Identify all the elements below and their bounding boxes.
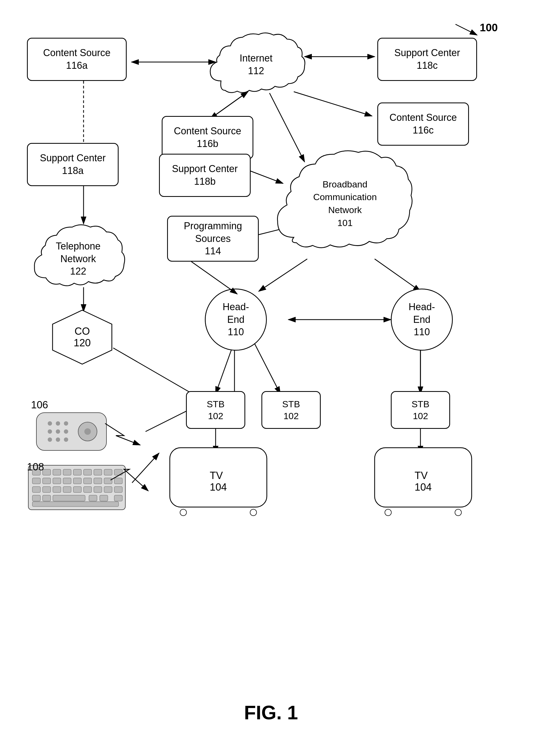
programming-sources-114: ProgrammingSources114	[167, 216, 259, 262]
lightning-1	[102, 421, 156, 448]
svg-rect-57	[32, 478, 40, 484]
svg-rect-69	[63, 487, 71, 492]
svg-point-38	[64, 421, 68, 426]
support-center-118b: Support Center118b	[159, 154, 251, 197]
svg-rect-77	[53, 495, 85, 501]
svg-rect-78	[89, 495, 97, 501]
svg-point-41	[64, 429, 68, 434]
diagram-container: 100 Content Source116a Internet112 Suppo…	[0, 0, 542, 756]
svg-point-40	[56, 429, 60, 434]
svg-rect-71	[84, 487, 92, 492]
svg-line-27	[455, 24, 477, 35]
svg-rect-79	[100, 495, 108, 501]
prog-to-head	[189, 259, 243, 299]
svg-line-19	[254, 341, 280, 394]
svg-rect-50	[53, 469, 61, 475]
svg-rect-76	[43, 495, 51, 501]
label-108: 108	[27, 461, 44, 473]
remote-106	[31, 407, 112, 456]
support-center-118a: Support Center118a	[27, 143, 119, 186]
svg-line-14	[113, 348, 200, 398]
svg-rect-54	[94, 469, 102, 475]
svg-rect-67	[43, 487, 51, 492]
internet-112: Internet112	[205, 27, 307, 102]
broadband-network-101: BroadbandCommunicationNetwork101	[270, 143, 420, 264]
tv-104a: TV104	[167, 445, 270, 518]
svg-rect-70	[73, 487, 81, 492]
co-120: CO120	[50, 309, 115, 365]
svg-rect-81	[32, 502, 119, 507]
svg-point-39	[48, 429, 52, 434]
stb-102a: STB102	[186, 391, 245, 429]
support-center-118c: Support Center118c	[377, 38, 477, 81]
svg-rect-63	[94, 478, 102, 484]
svg-point-36	[48, 421, 52, 426]
svg-rect-66	[32, 487, 40, 492]
svg-rect-51	[63, 469, 71, 475]
svg-rect-68	[53, 487, 61, 492]
svg-rect-75	[32, 495, 40, 501]
svg-rect-60	[63, 478, 71, 484]
content-source-116c: Content Source116c	[377, 102, 469, 146]
figure-label: FIG. 1	[0, 702, 542, 724]
svg-point-44	[64, 437, 68, 442]
stb-102c: STB102	[391, 391, 450, 429]
svg-rect-72	[94, 487, 102, 492]
svg-point-43	[56, 437, 60, 442]
svg-line-82	[191, 262, 237, 294]
lightning-2	[108, 464, 162, 496]
stb-102b: STB102	[262, 391, 321, 429]
tv-104b: TV104	[372, 445, 474, 518]
content-source-116b: Content Source116b	[162, 116, 254, 159]
head-end-110b: Head-End110	[391, 289, 453, 351]
svg-rect-59	[53, 478, 61, 484]
label-106: 106	[31, 399, 48, 411]
content-source-116a: Content Source116a	[27, 38, 127, 81]
svg-rect-62	[84, 478, 92, 484]
arrow-100	[453, 22, 485, 38]
svg-rect-52	[73, 469, 81, 475]
telephone-network-122: TelephoneNetwork122	[30, 221, 127, 297]
svg-point-37	[56, 421, 60, 426]
svg-point-42	[48, 437, 52, 442]
svg-rect-53	[84, 469, 92, 475]
svg-rect-61	[73, 478, 81, 484]
svg-rect-58	[43, 478, 51, 484]
svg-point-46	[84, 428, 91, 435]
